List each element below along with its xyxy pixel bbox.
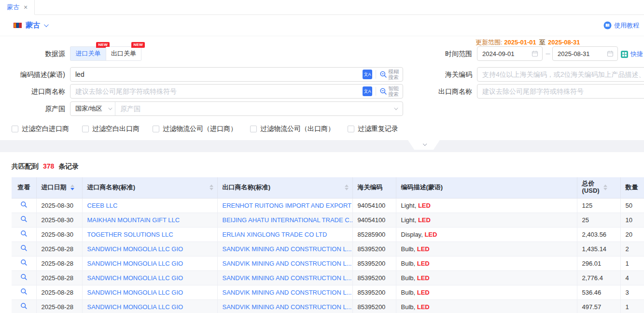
cell-hs-code: 94054100 [352, 198, 396, 213]
tab-mongolia[interactable]: 蒙古 × [0, 0, 35, 15]
view-record-icon[interactable] [20, 302, 28, 310]
fuzzy-search-button[interactable]: 模糊搜索 [379, 69, 400, 81]
desc-keyword: LED [424, 231, 437, 238]
view-record-icon[interactable] [20, 201, 28, 208]
importer-link[interactable]: CEEB LLC [87, 202, 118, 209]
col-code-desc: 编码描述(蒙语) [396, 177, 577, 198]
table-row: 2025-08-30 CEEB LLC ERENHOT RUITONG IMPO… [12, 198, 644, 213]
tab-import-label: 进口关单 [76, 49, 101, 58]
checkbox-icon[interactable] [348, 126, 354, 132]
checkbox-icon[interactable] [153, 126, 159, 132]
date-end-input[interactable] [553, 47, 607, 60]
desc-prefix: Bulb, [401, 303, 417, 311]
cell-qty: 20 [620, 227, 644, 242]
checkbox-label: 过滤空白出口商 [92, 125, 140, 133]
code-desc-label: 编码描述(蒙语) [12, 67, 65, 82]
translate-icon[interactable]: 文A [363, 70, 372, 79]
view-record-icon[interactable] [20, 244, 28, 252]
col-label: 进口日期 [42, 183, 67, 192]
smart-search-button[interactable]: 智能搜索 [379, 85, 400, 98]
col-importer[interactable]: 进口商名称(标准) [82, 177, 217, 198]
shortcut-button[interactable]: 快捷 [621, 50, 643, 58]
sort-control[interactable] [70, 185, 74, 190]
exporter-link[interactable]: ERENHOT RUITONG IMPORT AND EXPORT ... [223, 202, 353, 209]
new-badge: NEW [131, 42, 145, 48]
importer-link[interactable]: SANDWICH MONGOLIA LLC GIO [87, 260, 183, 267]
country-header: 蒙古 使用教程 [0, 15, 644, 36]
exporter-link[interactable]: SANDVIK MINING AND CONSTRUCTION L... [223, 303, 352, 311]
hs-code-box [477, 67, 644, 82]
cell-hs-code: 85395200 [352, 299, 396, 313]
chevron-down-icon [423, 142, 427, 146]
checkbox-filter-blank-exporter[interactable]: 过滤空白出口商 [82, 125, 140, 133]
exporter-link[interactable]: SANDVIK MINING AND CONSTRUCTION L... [223, 289, 352, 296]
desc-keyword: LED [417, 245, 430, 253]
update-range-to: 至 [539, 39, 545, 46]
checkbox-filter-logistics-importer[interactable]: 过滤物流公司（进口商） [153, 125, 237, 133]
view-record-icon[interactable] [20, 288, 28, 295]
checkbox-icon[interactable] [250, 126, 257, 132]
update-range-end: 2025-08-31 [548, 39, 580, 46]
exporter-link[interactable]: ERLIAN XINGLONG TRADE CO LTD [223, 231, 327, 238]
origin-type-select[interactable]: 国家/地区 [70, 102, 115, 115]
sort-control[interactable] [603, 185, 607, 190]
code-desc-tools: 文A 模糊搜索 [363, 69, 403, 81]
cell-qty: 10 [620, 213, 644, 227]
code-desc-box: 文A 模糊搜索 [70, 67, 403, 82]
collapse-toggle[interactable] [408, 140, 440, 150]
checkbox-icon[interactable] [82, 126, 89, 132]
checkbox-filter-logistics-exporter[interactable]: 过滤物流公司（出口商） [250, 125, 335, 133]
cell-date: 2025-08-30 [36, 227, 82, 242]
tutorial-link[interactable]: 使用教程 [603, 21, 639, 30]
update-range-label: 更新范围: [476, 39, 503, 46]
checkbox-filter-duplicates[interactable]: 过滤重复记录 [348, 125, 398, 133]
view-record-icon[interactable] [20, 273, 28, 281]
sort-control[interactable] [210, 185, 213, 190]
importer-link[interactable]: SANDWICH MONGOLIA LLC GIO [87, 274, 183, 282]
importer-link[interactable]: SANDWICH MONGOLIA LLC GIO [87, 303, 183, 311]
view-record-icon[interactable] [20, 215, 28, 223]
translate-icon[interactable]: 文A [363, 86, 372, 96]
chevron-down-icon[interactable] [44, 22, 49, 27]
importer-link[interactable]: SANDWICH MONGOLIA LLC GIO [87, 289, 183, 296]
table-row: 2025-08-30 MAIKHAN MOUNTAIN GIFT LLC BEI… [12, 213, 644, 227]
desc-keyword: LED [417, 274, 430, 282]
code-desc-input[interactable] [70, 68, 363, 81]
smart-search-label: 智能搜索 [388, 85, 400, 98]
checkbox-filter-blank-importer[interactable]: 过滤空白进口商 [12, 125, 69, 133]
col-exporter[interactable]: 出口商名称(标准) [217, 177, 352, 198]
view-record-icon[interactable] [20, 230, 28, 237]
cell-date: 2025-08-30 [36, 198, 82, 213]
close-icon[interactable]: × [24, 4, 28, 11]
cell-qty: 50 [620, 198, 644, 213]
chevron-down-icon[interactable] [394, 106, 398, 110]
cell-date: 2025-08-30 [36, 213, 82, 227]
results-table: 查看 进口日期 进口商名称(标准) 出口商名称(标准) 海关编码 编码描述(蒙语… [12, 177, 644, 313]
col-import-date[interactable]: 进口日期 [36, 177, 82, 198]
hs-code-input[interactable] [477, 68, 644, 81]
filter-panel: 更新范围: 2025-01-01 至 2025-08-31 数据源 进口关单 N… [0, 36, 644, 140]
sort-control[interactable] [345, 185, 349, 190]
cell-total: 296.01 [577, 256, 620, 270]
exporter-link[interactable]: BEIJING AHATU INTERNATIONAL TRADE C... [223, 216, 353, 224]
country-name[interactable]: 蒙古 [26, 21, 40, 30]
importer-link[interactable]: MAIKHAN MOUNTAIN GIFT LLC [87, 216, 180, 224]
tab-import-declarations[interactable]: 进口关单 NEW [70, 47, 106, 60]
cell-date: 2025-08-28 [36, 299, 82, 313]
importer-input[interactable] [70, 85, 363, 98]
col-label: 总价 [582, 180, 595, 187]
exporter-link[interactable]: SANDVIK MINING AND CONSTRUCTION L... [223, 245, 352, 253]
col-total-usd[interactable]: 总价(USD) [577, 177, 620, 198]
tab-export-declarations[interactable]: 出口关单 NEW [106, 47, 141, 60]
cell-desc: Display, LED [396, 227, 577, 242]
exporter-link[interactable]: SANDVIK MINING AND CONSTRUCTION L... [223, 274, 352, 282]
cell-hs-code: 85395200 [352, 256, 396, 270]
exporter-input[interactable] [477, 85, 644, 98]
date-start-input[interactable] [477, 47, 532, 60]
view-record-icon[interactable] [20, 259, 28, 266]
importer-link[interactable]: TOGETHER SOLUTIONS LLC [87, 231, 173, 238]
checkbox-icon[interactable] [12, 126, 18, 132]
origin-input[interactable] [115, 102, 394, 115]
exporter-link[interactable]: SANDVIK MINING AND CONSTRUCTION L... [223, 260, 352, 267]
importer-link[interactable]: SANDWICH MONGOLIA LLC GIO [87, 245, 183, 253]
